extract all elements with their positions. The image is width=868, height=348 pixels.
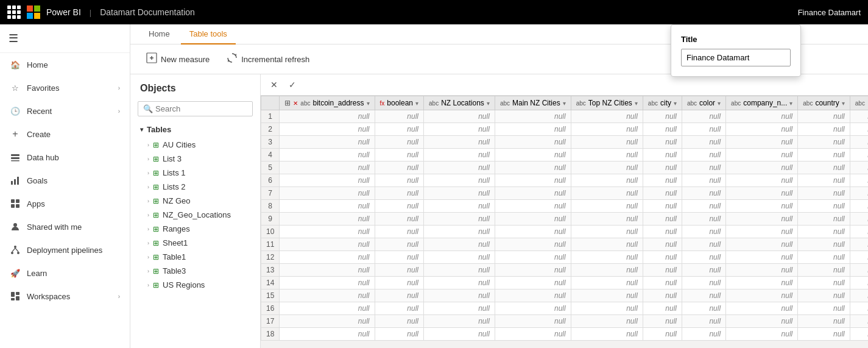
sidebar-item-shared[interactable]: Shared with me xyxy=(0,215,130,238)
sidebar-item-recent[interactable]: 🕒 Recent › xyxy=(0,99,130,123)
col-dropdown-icon9[interactable]: ▾ xyxy=(842,100,845,107)
col-dropdown-icon4[interactable]: ▾ xyxy=(563,100,566,107)
table-item-lists2[interactable]: › ⊞ Lists 2 xyxy=(130,180,260,194)
table-item-sheet1[interactable]: › ⊞ Sheet1 xyxy=(130,236,260,250)
row-num-cell: 7 xyxy=(261,187,280,200)
data-cell: null xyxy=(850,225,868,238)
data-cell: null xyxy=(643,136,682,149)
search-input[interactable] xyxy=(155,104,247,113)
sidebar-toggle[interactable]: ☰ xyxy=(0,24,130,53)
table-item-nzgeo[interactable]: › ⊞ NZ Geo xyxy=(130,194,260,208)
data-cell: null xyxy=(682,251,725,264)
table-item-lists1[interactable]: › ⊞ Lists 1 xyxy=(130,166,260,180)
data-cell: null xyxy=(643,277,682,289)
col-header-extra[interactable]: abc ... ▾ xyxy=(850,96,868,110)
sidebar-item-favorites[interactable]: ☆ Favorites › xyxy=(0,76,130,99)
svg-rect-18 xyxy=(11,298,15,300)
table-item-list3[interactable]: › ⊞ List 3 xyxy=(130,152,260,166)
data-cell: null xyxy=(643,238,682,251)
col-header-boolean[interactable]: fx boolean ▾ xyxy=(375,96,424,110)
table-item-table1[interactable]: › ⊞ Table1 xyxy=(130,250,260,264)
tables-header[interactable]: ▾ Tables xyxy=(130,121,260,138)
sidebar-item-home[interactable]: 🏠 Home xyxy=(0,53,130,76)
svg-rect-9 xyxy=(16,204,19,208)
grid-confirm-button[interactable]: ✓ xyxy=(285,78,300,91)
data-table: ⊞ ✕ abc bitcoin_address ▾ fx xyxy=(261,96,868,341)
sidebar-item-workspaces[interactable]: Workspaces › xyxy=(0,285,130,308)
data-cell: null xyxy=(682,315,725,328)
col-header-city[interactable]: abc city ▾ xyxy=(643,96,682,110)
objects-panel: Objects 🔍 ▾ Tables › ⊞ AU Cities xyxy=(130,74,261,348)
table-item-usregions[interactable]: › ⊞ US Regions xyxy=(130,278,260,292)
data-cell: null xyxy=(571,264,643,277)
data-cell: null xyxy=(571,251,643,264)
table-expand-icon2: › xyxy=(147,156,149,162)
app-menu-icon[interactable] xyxy=(7,5,21,19)
data-cell: null xyxy=(682,302,725,315)
table-item-nzgeolocations[interactable]: › ⊞ NZ_Geo_Locations xyxy=(130,208,260,222)
sidebar-item-learn[interactable]: 🚀 Learn xyxy=(0,261,130,285)
sidebar-item-datahub[interactable]: Data hub xyxy=(0,146,130,169)
sidebar-item-workspaces-label: Workspaces xyxy=(27,292,70,301)
table-item-table3[interactable]: › ⊞ Table3 xyxy=(130,264,260,278)
data-cell: null xyxy=(850,238,868,251)
sidebar-item-goals[interactable]: Goals xyxy=(0,169,130,192)
data-cell: null xyxy=(424,136,495,149)
svg-rect-1 xyxy=(11,157,19,159)
col-header-main-nz-cities[interactable]: abc Main NZ Cities ▾ xyxy=(495,96,571,110)
data-cell: null xyxy=(375,110,424,123)
svg-point-13 xyxy=(17,252,19,254)
col-dropdown-icon7[interactable]: ▾ xyxy=(718,100,721,107)
doc-title: Datamart Documentation xyxy=(100,7,195,17)
data-cell: null xyxy=(798,149,850,162)
table-item-au-cities[interactable]: › ⊞ AU Cities xyxy=(130,138,260,152)
col-filter-icon: ✕ xyxy=(293,100,298,107)
new-measure-button[interactable]: New measure xyxy=(140,49,216,69)
col-header-bitcoin-address[interactable]: ⊞ ✕ abc bitcoin_address ▾ xyxy=(280,96,375,110)
data-cell: null xyxy=(280,289,375,302)
col-dropdown-icon5[interactable]: ▾ xyxy=(635,100,638,107)
table-row: 7nullnullnullnullnullnullnullnullnullnul… xyxy=(261,187,869,200)
sidebar-item-deployment[interactable]: Deployment pipelines xyxy=(0,238,130,261)
col-dropdown-icon8[interactable]: ▾ xyxy=(789,100,792,107)
col-header-company[interactable]: abc company_n... ▾ xyxy=(726,96,798,110)
incremental-refresh-button[interactable]: Incremental refresh xyxy=(221,49,316,69)
col-dropdown-icon[interactable]: ▾ xyxy=(367,100,370,107)
col-dropdown-icon6[interactable]: ▾ xyxy=(674,100,677,107)
new-measure-label: New measure xyxy=(161,55,210,64)
data-cell: null xyxy=(850,213,868,225)
home-icon: 🏠 xyxy=(10,59,21,70)
table-item-ranges[interactable]: › ⊞ Ranges xyxy=(130,222,260,236)
grid-cancel-button[interactable]: ✕ xyxy=(267,78,281,91)
tab-table-tools[interactable]: Table tools xyxy=(181,24,236,44)
data-cell: null xyxy=(643,315,682,328)
tables-chevron-icon: ▾ xyxy=(140,126,143,133)
tab-home[interactable]: Home xyxy=(140,24,178,44)
col-header-country[interactable]: abc country ▾ xyxy=(798,96,850,110)
col-header-color[interactable]: abc color ▾ xyxy=(682,96,725,110)
svg-rect-2 xyxy=(11,160,19,162)
chevron-right-icon2: › xyxy=(118,108,120,115)
data-cell: null xyxy=(682,277,725,289)
col-dropdown-icon2[interactable]: ▾ xyxy=(415,100,418,107)
col-header-top-nz-cities[interactable]: abc Top NZ Cities ▾ xyxy=(571,96,643,110)
sidebar-item-create[interactable]: + Create xyxy=(0,123,130,146)
table-grid-icon8: ⊞ xyxy=(153,239,159,247)
data-cell: null xyxy=(495,264,571,277)
sidebar-item-apps[interactable]: Apps xyxy=(0,192,130,215)
data-cell: null xyxy=(571,213,643,225)
col-dropdown-icon3[interactable]: ▾ xyxy=(487,100,490,107)
data-cell: null xyxy=(798,328,850,341)
row-num-cell: 3 xyxy=(261,136,280,149)
col-header-nz-locations[interactable]: abc NZ Locations ▾ xyxy=(424,96,495,110)
row-num-cell: 17 xyxy=(261,315,280,328)
data-cell: null xyxy=(726,315,798,328)
data-cell: null xyxy=(424,315,495,328)
data-cell: null xyxy=(375,123,424,136)
data-cell: null xyxy=(571,149,643,162)
recent-icon: 🕒 xyxy=(10,105,21,116)
row-num-cell: 9 xyxy=(261,213,280,225)
data-cell: null xyxy=(726,200,798,213)
title-input[interactable] xyxy=(681,49,791,66)
data-cell: null xyxy=(682,123,725,136)
